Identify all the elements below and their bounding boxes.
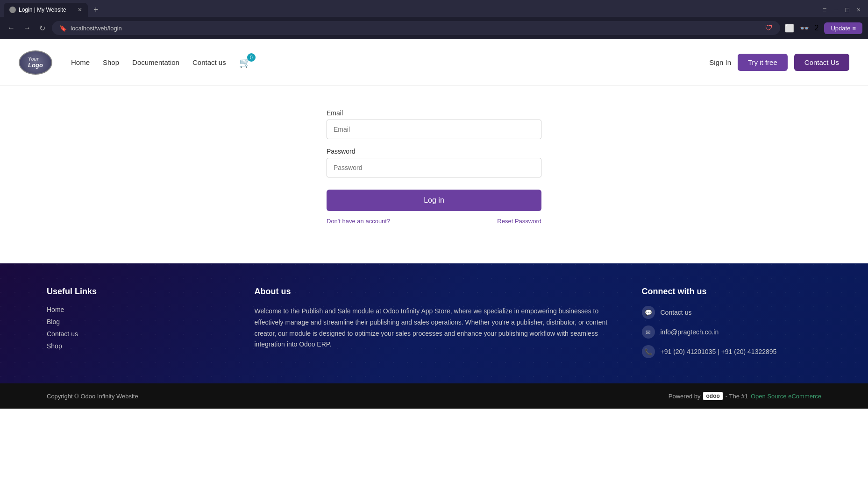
- sign-in-link[interactable]: Sign In: [709, 58, 731, 66]
- connect-email-text: info@pragtech.co.in: [661, 328, 719, 336]
- active-tab[interactable]: Login | My Website ✕: [4, 3, 88, 17]
- cart-badge: 0: [247, 53, 256, 62]
- site-header: Your Logo Home Shop Documentation Contac…: [0, 39, 868, 86]
- close-window-button[interactable]: ×: [857, 6, 861, 14]
- useful-links-heading: Useful Links: [47, 287, 227, 297]
- odoo-logo: odoo: [703, 392, 722, 400]
- glasses-icon: 👓: [800, 24, 809, 33]
- footer-bottom: Copyright © Odoo Infinity Website Powere…: [0, 383, 868, 409]
- logo-badge: Your Logo: [19, 50, 52, 75]
- address-bar-container: 🔖 🛡: [52, 21, 780, 35]
- reader-view-icon[interactable]: ⬜: [785, 24, 794, 33]
- powered-by-text: Powered by: [669, 393, 701, 400]
- no-account-link[interactable]: Don't have an account?: [327, 218, 390, 225]
- powered-by: Powered by odoo - The #1 Open Source eCo…: [669, 392, 821, 400]
- site-footer: Useful Links HomeBlogContact usShop Abou…: [0, 263, 868, 383]
- tab-favicon: [9, 7, 16, 13]
- footer-links-list: HomeBlogContact usShop: [47, 306, 227, 350]
- footer-link-item[interactable]: Contact us: [47, 330, 227, 338]
- nav-home[interactable]: Home: [71, 58, 90, 66]
- password-label: Password: [327, 148, 541, 155]
- nav-contact-us[interactable]: Contact us: [192, 58, 226, 66]
- login-form-card: Email Password Log in Don't have an acco…: [327, 109, 541, 225]
- nav-shop[interactable]: Shop: [103, 58, 119, 66]
- update-button[interactable]: Update ≡: [824, 22, 862, 34]
- email-input[interactable]: [327, 120, 541, 139]
- site-nav: Home Shop Documentation Contact us 🛒 0: [71, 57, 709, 68]
- footer-link-item[interactable]: Blog: [47, 318, 227, 325]
- form-links: Don't have an account? Reset Password: [327, 218, 541, 225]
- connect-email-icon: ✉: [642, 325, 655, 339]
- about-heading: About us: [255, 287, 614, 297]
- password-group: Password: [327, 148, 541, 177]
- connect-chat-icon: 💬: [642, 306, 655, 319]
- open-source-link[interactable]: Open Source eCommerce: [751, 393, 821, 400]
- connect-phone-text: +91 (20) 41201035 | +91 (20) 41322895: [661, 348, 777, 355]
- email-label: Email: [327, 109, 541, 117]
- new-tab-button[interactable]: +: [90, 5, 102, 15]
- address-bar-row: ← → ↻ 🔖 🛡 ⬜ 👓 2 Update ≡: [0, 17, 868, 39]
- nav-documentation[interactable]: Documentation: [132, 58, 179, 66]
- reset-password-link[interactable]: Reset Password: [497, 218, 541, 225]
- glasses-count: 2: [815, 24, 819, 32]
- close-tab-button[interactable]: ✕: [78, 7, 82, 13]
- connect-email: ✉ info@pragtech.co.in: [642, 325, 822, 339]
- tab-list-icon[interactable]: ≡: [823, 6, 826, 14]
- browser-chrome: Login | My Website ✕ + ≡ − □ × ← → ↻ 🔖 🛡…: [0, 0, 868, 39]
- forward-button[interactable]: →: [21, 22, 33, 34]
- copyright-text: Copyright © Odoo Infinity Website: [47, 393, 138, 400]
- footer-link-item[interactable]: Shop: [47, 342, 227, 350]
- update-label: Update: [831, 25, 850, 32]
- powered-suffix: - The #1: [726, 393, 748, 400]
- update-icon: ≡: [852, 25, 856, 32]
- restore-button[interactable]: □: [845, 6, 849, 14]
- login-button[interactable]: Log in: [327, 190, 541, 211]
- cart-icon[interactable]: 🛒 0: [239, 57, 251, 68]
- header-right: Sign In Try it free Contact Us: [709, 54, 849, 71]
- email-group: Email: [327, 109, 541, 139]
- connect-phone: 📞 +91 (20) 41201035 | +91 (20) 41322895: [642, 345, 822, 358]
- contact-us-header-button[interactable]: Contact Us: [794, 54, 849, 71]
- brave-shield-icon: 🛡: [765, 24, 773, 32]
- back-button[interactable]: ←: [6, 22, 17, 34]
- footer-about: About us Welcome to the Publish and Sale…: [255, 287, 614, 365]
- connect-contact-text[interactable]: Contact us: [661, 309, 692, 316]
- password-input[interactable]: [327, 158, 541, 177]
- login-section: Email Password Log in Don't have an acco…: [0, 86, 868, 263]
- about-text: Welcome to the Publish and Sale module a…: [255, 306, 614, 350]
- footer-useful-links: Useful Links HomeBlogContact usShop: [47, 287, 227, 365]
- reload-button[interactable]: ↻: [37, 22, 47, 35]
- tab-controls: ≡ − □ ×: [823, 6, 864, 14]
- browser-actions: ⬜ 👓 2 Update ≡: [785, 22, 862, 34]
- footer-link-item[interactable]: Home: [47, 306, 227, 313]
- try-free-button[interactable]: Try it free: [738, 54, 788, 71]
- footer-connect: Connect with us 💬 Contact us ✉ info@prag…: [642, 287, 822, 365]
- connect-heading: Connect with us: [642, 287, 822, 297]
- website: Your Logo Home Shop Documentation Contac…: [0, 39, 868, 409]
- tab-title: Login | My Website: [19, 7, 66, 13]
- logo-line1: Your: [28, 57, 43, 62]
- minimize-button[interactable]: −: [834, 6, 838, 14]
- tab-bar: Login | My Website ✕ + ≡ − □ ×: [0, 0, 868, 17]
- logo-line2: Logo: [28, 62, 43, 69]
- address-input[interactable]: [71, 25, 761, 32]
- logo-area: Your Logo: [19, 50, 52, 75]
- bookmark-icon: 🔖: [59, 25, 67, 32]
- connect-contact: 💬 Contact us: [642, 306, 822, 319]
- footer-grid: Useful Links HomeBlogContact usShop Abou…: [47, 287, 821, 365]
- connect-phone-icon: 📞: [642, 345, 655, 358]
